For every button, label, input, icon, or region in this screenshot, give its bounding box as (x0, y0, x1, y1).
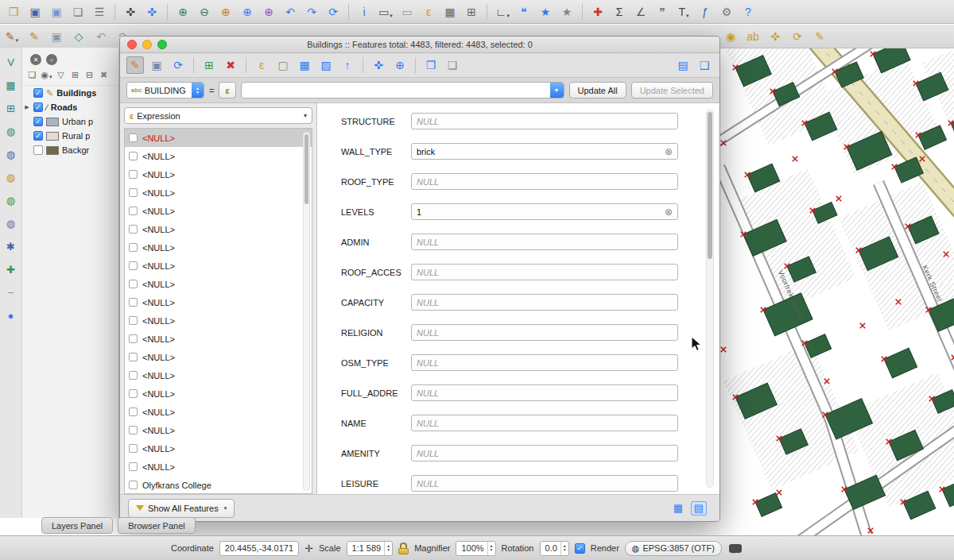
zoom-to-layer-icon[interactable]: ⊕ (260, 3, 277, 21)
crs-button[interactable]: ◍ EPSG:3857 (OTF) (625, 541, 722, 556)
add-spatialite-layer-icon[interactable]: ◍ (3, 123, 19, 139)
node-tool-icon[interactable]: ◇ (70, 28, 87, 45)
feature-list-item[interactable]: <NULL> (125, 129, 312, 147)
field-input-roof_type[interactable]: NULL (411, 173, 678, 190)
feature-list-item[interactable]: <NULL> (125, 165, 312, 183)
identify-icon[interactable]: i (355, 3, 373, 21)
zoom-last-icon[interactable]: ↶ (281, 3, 299, 21)
feature-checkbox[interactable] (129, 316, 138, 325)
feature-checkbox[interactable] (129, 389, 138, 398)
zoom-in-icon[interactable]: ⊕ (174, 3, 192, 21)
add-vector-layer-icon[interactable]: V (3, 54, 19, 70)
measure-icon[interactable]: ∟▾ (494, 3, 511, 21)
add-raster-layer-icon[interactable]: ▦ (3, 77, 19, 93)
move-label-icon[interactable]: ✜ (766, 28, 784, 45)
layer-visibility-checkbox[interactable]: ✓ (33, 102, 43, 112)
mouse-position-icon[interactable]: ✛ (304, 543, 313, 554)
expression-builder-button[interactable]: ε (219, 82, 235, 98)
feature-checkbox[interactable] (129, 407, 138, 416)
select-by-expression-icon[interactable]: ε (253, 56, 270, 74)
feature-checkbox[interactable] (129, 225, 138, 234)
zoom-to-selection-icon[interactable]: ⊕ (238, 3, 256, 21)
field-input-admin[interactable]: NULL (411, 234, 678, 250)
undo-icon[interactable]: ↶ (92, 28, 110, 45)
close-panel-icon[interactable]: ✕ (30, 54, 41, 65)
feature-list-item[interactable]: <NULL> (125, 147, 312, 165)
move-selection-top-icon[interactable]: ↑ (339, 56, 356, 74)
layer-item[interactable]: ✓Rural p (22, 129, 118, 143)
feature-list-item[interactable]: <NULL> (125, 238, 312, 257)
feature-checkbox[interactable] (129, 353, 138, 361)
rotation-spinbox[interactable]: 0.0 ▲▼ (540, 541, 569, 556)
magnifier-spinbox[interactable]: 100% ▲▼ (456, 541, 495, 556)
filter-legend-icon[interactable]: ▽ (54, 68, 68, 82)
new-bookmark-icon[interactable]: ★ (537, 3, 554, 21)
render-checkbox[interactable]: ✓ (575, 543, 585, 554)
tab-browser-panel[interactable]: Browser Panel (118, 517, 196, 534)
field-input-full_addre[interactable]: NULL (411, 384, 678, 401)
pan-to-selected-icon[interactable]: ✜ (370, 56, 387, 74)
conditional-formatting-icon[interactable]: ▤ (674, 56, 692, 74)
feature-checkbox[interactable] (129, 371, 138, 380)
feature-filter-combo[interactable]: ε Expression ▾ (124, 107, 312, 124)
zoom-next-icon[interactable]: ↷ (303, 3, 320, 21)
field-input-osm_type[interactable]: NULL (411, 354, 678, 371)
feature-list-item[interactable]: <NULL> (125, 330, 312, 348)
scale-lock-icon[interactable] (398, 543, 409, 554)
pan-to-selection-icon[interactable]: ✜ (143, 3, 161, 21)
feature-checkbox[interactable] (129, 170, 138, 179)
layer-visibility-checkbox[interactable]: ✓ (33, 88, 43, 98)
feature-list-item[interactable]: <NULL> (125, 293, 312, 311)
save-layer-edits-icon[interactable]: ▣ (48, 28, 65, 45)
field-input-name[interactable]: NULL (411, 415, 678, 431)
tab-layers-panel[interactable]: Layers Panel (41, 517, 113, 534)
select-all-icon[interactable]: ▦ (296, 56, 313, 74)
new-field-icon[interactable]: ⊞ (200, 56, 218, 74)
feature-checkbox[interactable] (129, 243, 138, 252)
rotate-label-icon[interactable]: ⟳ (789, 28, 806, 45)
feature-checkbox[interactable] (129, 462, 138, 471)
zoom-out-icon[interactable]: ⊖ (196, 3, 213, 21)
dialog-titlebar[interactable]: Buildings :: Features total: 4483, filte… (120, 37, 719, 53)
feature-list-item[interactable]: <NULL> (125, 366, 312, 384)
feature-checkbox[interactable] (129, 188, 138, 197)
add-group-icon[interactable]: ❏ (25, 68, 39, 82)
feature-list-item[interactable]: <NULL> (125, 421, 312, 439)
field-input-capacity[interactable]: NULL (411, 294, 678, 311)
add-wms-layer-icon[interactable]: ◍ (3, 192, 19, 208)
add-delimited-text-icon[interactable]: ✱ (3, 238, 19, 254)
toggle-editing-icon[interactable]: ✎ (25, 28, 43, 45)
reload-table-icon[interactable]: ⟳ (169, 56, 187, 74)
expression-dropdown-icon[interactable]: ▼ (550, 83, 564, 98)
layer-visibility-icon[interactable]: ◉▾ (40, 68, 53, 82)
form-scrollbar[interactable] (706, 110, 714, 488)
feature-checkbox[interactable] (129, 334, 138, 343)
composer-manager-icon[interactable]: ☰ (91, 3, 108, 21)
feature-checkbox[interactable] (129, 207, 138, 215)
field-input-wall_type[interactable]: brick⊗ (411, 143, 678, 160)
open-project-icon[interactable]: ❒ (5, 3, 22, 21)
pan-map-icon[interactable]: ✜ (122, 3, 139, 21)
scale-combo[interactable]: 1:1 589 ▲▼ (347, 541, 394, 556)
deselect-features-icon[interactable]: ▭ (398, 3, 416, 21)
layer-item[interactable]: ✓✎Buildings (22, 86, 118, 100)
delete-field-icon[interactable]: ✖ (222, 56, 239, 74)
stepper-icon[interactable]: ▲▼ (560, 542, 568, 555)
layer-visibility-checkbox[interactable] (33, 145, 43, 155)
zoom-window-button[interactable] (157, 40, 167, 49)
map-comments-icon[interactable]: ❞ (653, 3, 671, 21)
plugin-icon[interactable]: ✚ (589, 3, 607, 21)
help-icon[interactable]: ? (739, 3, 757, 21)
field-input-levels[interactable]: 1⊗ (411, 203, 678, 220)
field-calculator-icon[interactable]: ⊞ (463, 3, 480, 21)
minimize-window-button[interactable] (142, 40, 152, 49)
feature-checkbox[interactable] (129, 426, 138, 434)
show-all-features-button[interactable]: Show All Features ▾ (128, 499, 235, 518)
text-annotation-icon[interactable]: T▾ (675, 3, 692, 21)
form-view-button[interactable]: ▤ (691, 501, 707, 516)
field-input-amenity[interactable]: NULL (411, 445, 678, 462)
expand-all-icon[interactable]: ⊞ (68, 68, 82, 82)
processing-toolbox-icon[interactable]: ⚙ (718, 3, 735, 21)
layer-visibility-checkbox[interactable]: ✓ (33, 117, 43, 126)
scrollbar-thumb[interactable] (304, 134, 308, 204)
